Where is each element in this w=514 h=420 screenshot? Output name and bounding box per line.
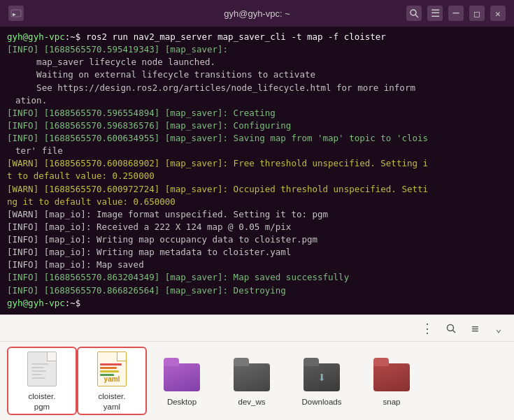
svg-line-5 bbox=[453, 330, 456, 333]
terminal-titlebar: ▶ gyh@gyh-vpc: ~ ☰ ─ □ ✕ bbox=[0, 0, 514, 27]
terminal-line: [INFO] [1688565570.866826564] [map_saver… bbox=[7, 284, 507, 297]
terminal-line: [INFO] [1688565570.595419343] [map_saver… bbox=[7, 43, 507, 56]
terminal-line: [INFO] [map_io]: Received a 222 X 124 ma… bbox=[7, 221, 507, 233]
terminal-line: ter' file bbox=[7, 145, 507, 157]
chevron-button[interactable]: ⌄ bbox=[489, 319, 508, 338]
terminal-line: ng it to default value: 0.650000 bbox=[7, 196, 507, 208]
file-item-cloister-yaml[interactable]: yaml cloister.yaml bbox=[77, 347, 147, 415]
file-item-desktop[interactable]: Desktop bbox=[147, 352, 217, 410]
file-item-snap[interactable]: snap bbox=[357, 352, 427, 410]
terminal-line: [INFO] [1688565570.600634955] [map_saver… bbox=[7, 132, 507, 145]
terminal-line: t to default value: 0.250000 bbox=[7, 170, 507, 182]
desktop-folder-icon bbox=[162, 355, 201, 394]
fm-files: cloister.pgm yaml cloister.yaml bbox=[0, 342, 514, 420]
close-button[interactable]: ✕ bbox=[490, 6, 506, 21]
dots-icon: ⋮ bbox=[421, 321, 434, 335]
terminal-line: [WARN] [map_io]: Image format unspecifie… bbox=[7, 208, 507, 221]
terminal-line: [INFO] [1688565570.863204349] [map_saver… bbox=[7, 271, 507, 284]
svg-line-3 bbox=[415, 15, 418, 17]
terminal-line: [INFO] [map_io]: Map saved bbox=[7, 259, 507, 271]
file-item-devws[interactable]: dev_ws bbox=[217, 352, 287, 410]
file-lines bbox=[31, 363, 52, 381]
svg-text:▶: ▶ bbox=[13, 11, 16, 17]
titlebar-left: ▶ bbox=[8, 6, 24, 21]
svg-point-4 bbox=[448, 324, 454, 331]
yaml-logo-text: yaml bbox=[104, 375, 120, 383]
terminal-window: ▶ gyh@gyh-vpc: ~ ☰ ─ □ ✕ bbox=[0, 0, 514, 314]
dots-menu-button[interactable]: ⋮ bbox=[417, 319, 437, 338]
maximize-button[interactable]: □ bbox=[469, 6, 485, 21]
terminal-line: Waiting on external lifecycle transition… bbox=[7, 68, 507, 81]
chevron-down-icon: ⌄ bbox=[496, 323, 501, 334]
terminal-line: See https://design.ros2.org/articles/nod… bbox=[7, 82, 507, 94]
terminal-line: [WARN] [1688565570.600972724] [map_saver… bbox=[7, 183, 507, 196]
terminal-line: [INFO] [map_io]: Writing map occupancy d… bbox=[7, 233, 507, 246]
close-icon: ✕ bbox=[495, 8, 501, 19]
downloads-folder-icon: ⬇ bbox=[302, 355, 341, 394]
snap-folder-icon bbox=[372, 355, 411, 394]
terminal-line: [INFO] [1688565570.596554894] [map_saver… bbox=[7, 107, 507, 120]
terminal-line: gyh@gyh-vpc:~$ ros2 run nav2_map_server … bbox=[7, 31, 507, 43]
terminal-line: [INFO] [map_io]: Writing map metadata to… bbox=[7, 246, 507, 259]
terminal-title: gyh@gyh-vpc: ~ bbox=[224, 8, 290, 19]
terminal-line: gyh@gyh-vpc:~$ bbox=[7, 297, 507, 310]
fm-toolbar: ⋮ ≡ ⌄ bbox=[0, 315, 514, 342]
titlebar-controls: ☰ ─ □ ✕ bbox=[406, 6, 506, 21]
file-label-cloister-pgm: cloister.pgm bbox=[29, 391, 56, 412]
svg-point-2 bbox=[411, 10, 416, 15]
terminal-line: ation. bbox=[7, 94, 507, 107]
terminal-line: [WARN] [1688565570.600868902] [map_saver… bbox=[7, 157, 507, 170]
file-label-desktop: Desktop bbox=[167, 397, 197, 407]
search-button[interactable] bbox=[406, 6, 422, 21]
file-item-downloads[interactable]: ⬇ Downloads bbox=[287, 352, 357, 410]
menu-button[interactable]: ☰ bbox=[427, 6, 443, 21]
search-files-button[interactable] bbox=[441, 319, 461, 338]
menu-icon: ☰ bbox=[431, 8, 440, 19]
file-manager: ⋮ ≡ ⌄ bbox=[0, 314, 514, 420]
list-icon: ≡ bbox=[471, 321, 478, 335]
terminal-line: [INFO] [1688565570.596836576] [map_saver… bbox=[7, 120, 507, 132]
yaml-file-icon: yaml bbox=[92, 349, 131, 389]
maximize-icon: □ bbox=[474, 8, 480, 19]
file-label-snap: snap bbox=[383, 397, 401, 407]
terminal-line: map_saver lifecycle node launched. bbox=[7, 56, 507, 68]
devws-folder-icon bbox=[232, 355, 271, 394]
terminal-content: gyh@gyh-vpc:~$ ros2 run nav2_map_server … bbox=[0, 27, 514, 314]
file-label-devws: dev_ws bbox=[238, 397, 266, 407]
minimize-button[interactable]: ─ bbox=[448, 6, 464, 21]
file-generic-icon bbox=[27, 352, 57, 386]
file-item-cloister-pgm[interactable]: cloister.pgm bbox=[7, 347, 77, 415]
minimize-icon: ─ bbox=[452, 7, 459, 20]
file-label-cloister-yaml: cloister.yaml bbox=[99, 391, 126, 412]
search-icon bbox=[445, 323, 457, 334]
pgm-file-icon bbox=[22, 349, 62, 389]
yaml-icon: yaml bbox=[97, 352, 127, 386]
terminal-app-icon: ▶ bbox=[8, 6, 24, 21]
list-view-button[interactable]: ≡ bbox=[465, 319, 485, 338]
file-label-downloads: Downloads bbox=[302, 397, 342, 407]
